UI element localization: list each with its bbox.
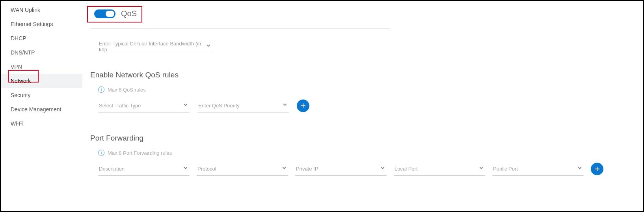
qos-toggle-label: QoS xyxy=(121,9,137,18)
sidebar-item-label: WAN Uplink xyxy=(11,7,40,13)
qos-rules-title: Enable Network QoS rules xyxy=(90,71,627,79)
plus-icon xyxy=(300,103,306,109)
chevron-down-icon xyxy=(183,165,188,171)
pf-description-dropdown[interactable]: Description xyxy=(98,162,190,176)
add-qos-rule-button[interactable] xyxy=(297,99,309,112)
chevron-down-icon xyxy=(577,165,582,171)
sidebar-item-security[interactable]: Security xyxy=(1,88,82,102)
qos-rules-block: i Max 6 QoS rules Select Traffic Type En… xyxy=(98,86,627,113)
pf-local-port-dropdown[interactable]: Local Port xyxy=(394,162,485,176)
pf-public-port-dropdown[interactable]: Public Port xyxy=(492,162,584,176)
sidebar-item-label: VPN xyxy=(11,64,22,70)
qos-header: QoS xyxy=(90,6,144,21)
sidebar-item-label: DHCP xyxy=(11,35,26,41)
info-icon: i xyxy=(98,150,104,156)
sidebar-item-device-management[interactable]: Device Management xyxy=(1,102,82,116)
sidebar-item-label: Security xyxy=(11,92,31,98)
pf-public-port-placeholder: Public Port xyxy=(493,166,518,172)
qos-rules-info-row: i Max 6 QoS rules xyxy=(98,86,627,93)
pf-info-row: i Max 8 Port Forwarding rules xyxy=(98,150,627,156)
add-port-forwarding-button[interactable] xyxy=(591,163,603,175)
chevron-down-icon xyxy=(380,165,385,171)
qos-toggle[interactable] xyxy=(94,9,115,18)
chevron-down-icon xyxy=(282,165,287,171)
qos-priority-dropdown[interactable]: Enter QoS Priority xyxy=(197,99,289,113)
sidebar-item-label: Ethernet Settings xyxy=(11,21,53,27)
qos-rules-info-text: Max 6 QoS rules xyxy=(108,87,146,93)
pf-protocol-dropdown[interactable]: Protocol xyxy=(197,162,288,176)
port-forwarding-title: Port Forwarding xyxy=(90,134,627,143)
port-forwarding-block: i Max 8 Port Forwarding rules Descriptio… xyxy=(98,150,627,176)
sidebar-item-wan-uplink[interactable]: WAN Uplink xyxy=(1,3,82,17)
sidebar-item-label: Device Management xyxy=(11,106,61,113)
chevron-down-icon xyxy=(283,102,287,108)
sidebar-item-label: DNS/NTP xyxy=(11,49,35,56)
chevron-down-icon xyxy=(206,43,211,49)
sidebar-item-ethernet-settings[interactable]: Ethernet Settings xyxy=(1,17,82,31)
sidebar-item-wifi[interactable]: Wi-Fi xyxy=(1,116,82,131)
sidebar-item-dhcp[interactable]: DHCP xyxy=(1,31,82,45)
pf-info-text: Max 8 Port Forwarding rules xyxy=(108,150,172,156)
info-icon: i xyxy=(98,86,104,93)
traffic-type-dropdown[interactable]: Select Traffic Type xyxy=(98,99,190,113)
sidebar: WAN Uplink Ethernet Settings DHCP DNS/NT… xyxy=(1,1,82,211)
content: QoS Enter Typical Cellular Interface Ban… xyxy=(82,1,643,211)
sidebar-item-label: Network xyxy=(11,78,31,84)
bandwidth-row: Enter Typical Cellular Interface Bandwid… xyxy=(98,40,627,53)
pf-private-ip-dropdown[interactable]: Private IP xyxy=(295,162,387,176)
chevron-down-icon xyxy=(479,165,484,171)
sidebar-item-network[interactable]: Network xyxy=(1,74,82,88)
chevron-down-icon xyxy=(183,102,188,108)
separator xyxy=(90,28,390,29)
bandwidth-placeholder: Enter Typical Cellular Interface Bandwid… xyxy=(99,41,205,53)
pf-protocol-placeholder: Protocol xyxy=(197,166,216,172)
pf-local-port-placeholder: Local Port xyxy=(395,166,418,172)
qos-priority-placeholder: Enter QoS Priority xyxy=(198,103,240,109)
plus-icon xyxy=(594,166,600,172)
sidebar-item-label: Wi-Fi xyxy=(11,120,24,127)
pf-description-placeholder: Description xyxy=(99,166,125,172)
pf-private-ip-placeholder: Private IP xyxy=(296,166,318,172)
sidebar-item-dns-ntp[interactable]: DNS/NTP xyxy=(1,45,82,60)
traffic-type-placeholder: Select Traffic Type xyxy=(99,103,141,109)
bandwidth-dropdown[interactable]: Enter Typical Cellular Interface Bandwid… xyxy=(98,40,212,53)
sidebar-item-vpn[interactable]: VPN xyxy=(1,60,82,74)
